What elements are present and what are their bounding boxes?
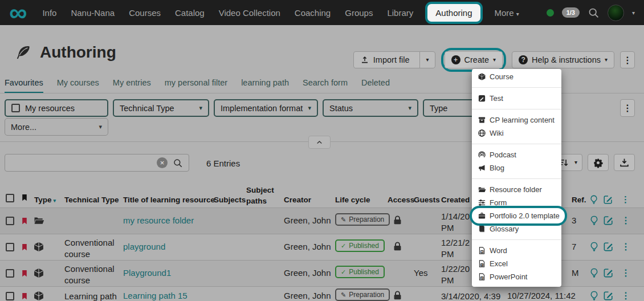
- bookmark-icon[interactable]: [21, 242, 28, 253]
- create-button[interactable]: + Create ▾: [445, 51, 503, 68]
- export-download-button[interactable]: [614, 154, 635, 171]
- notification-counter-badge[interactable]: 1/3: [562, 7, 580, 18]
- menu-item-label: Word: [490, 246, 507, 255]
- search-input[interactable]: [5, 158, 157, 168]
- menu-item-excel[interactable]: Excel: [472, 257, 561, 270]
- menu-item-test[interactable]: Test: [472, 92, 561, 105]
- menu-item-glossary[interactable]: Glossary: [472, 222, 561, 235]
- filter-kebab-menu-button[interactable]: ⋮: [620, 99, 635, 117]
- column-header-title[interactable]: Title of learning resource: [123, 196, 215, 204]
- brand-infinity-logo[interactable]: ∞: [9, 2, 26, 23]
- column-header-guests[interactable]: Guests: [414, 196, 440, 204]
- nav-item-groups[interactable]: Groups: [345, 8, 373, 18]
- search-icon[interactable]: [588, 7, 600, 19]
- bookmark-icon[interactable]: [21, 268, 28, 279]
- lightbulb-icon[interactable]: [589, 241, 600, 252]
- nav-item-video-collection[interactable]: Video Collection: [219, 8, 280, 18]
- row-kebab-icon[interactable]: ⋮: [621, 241, 630, 252]
- nav-item-info[interactable]: Info: [42, 8, 56, 18]
- row-checkbox[interactable]: [6, 243, 14, 251]
- row-kebab-icon[interactable]: ⋮: [621, 215, 630, 226]
- edit-icon[interactable]: [603, 215, 614, 226]
- column-header-subjects[interactable]: Subjects: [214, 196, 246, 204]
- column-header-ref[interactable]: Ref.: [572, 196, 586, 204]
- bookmark-icon[interactable]: [21, 291, 28, 301]
- nav-item-courses[interactable]: Courses: [129, 8, 161, 18]
- nav-item-library[interactable]: Library: [387, 8, 413, 18]
- menu-item-wiki[interactable]: Wiki: [472, 127, 561, 140]
- bookmark-column-icon[interactable]: [21, 192, 28, 203]
- tab-my-courses[interactable]: My courses: [57, 78, 99, 93]
- filter-technical-type-select[interactable]: Technical Type ▾: [113, 99, 209, 117]
- row-kebab-icon[interactable]: ⋮: [621, 290, 630, 301]
- column-header-subject-paths[interactable]: Subject paths: [246, 185, 276, 206]
- profile-chevron-down-icon[interactable]: ▾: [632, 10, 635, 16]
- row-checkbox[interactable]: [6, 292, 14, 300]
- tab-my-entries[interactable]: My entries: [113, 78, 151, 93]
- resource-title-link[interactable]: my resource folder: [123, 215, 194, 225]
- filter-status-select[interactable]: Status ▾: [323, 99, 418, 117]
- more-filters-label: More...: [11, 123, 36, 132]
- help-instructions-button[interactable]: ? Help & instructions ▾: [512, 51, 614, 68]
- menu-item-word[interactable]: Word: [472, 244, 561, 257]
- row-checkbox[interactable]: [6, 269, 14, 278]
- column-header-access[interactable]: Access: [388, 196, 414, 204]
- collapse-filter-button[interactable]: [308, 136, 331, 149]
- resource-title-link[interactable]: playground: [123, 242, 165, 251]
- select-all-checkbox[interactable]: [6, 194, 14, 202]
- menu-item-powerpoint[interactable]: PowerPoint: [472, 270, 561, 283]
- row-kebab-icon[interactable]: ⋮: [621, 267, 630, 278]
- import-file-main[interactable]: Import file: [354, 52, 416, 68]
- bookmark-icon[interactable]: [21, 215, 28, 226]
- menu-item-resource-folder[interactable]: Resource folder: [472, 183, 561, 196]
- menu-item-podcast[interactable]: Podcast: [472, 148, 561, 161]
- filter-more-select[interactable]: More... ▾: [5, 118, 108, 136]
- technical-type-label: Technical Type: [120, 104, 174, 113]
- nav-item-nanu-nana[interactable]: Nanu-Nana: [71, 8, 115, 18]
- menu-item-portfolio-template-highlighted[interactable]: Portfolio 2.0 template: [472, 209, 561, 222]
- lightbulb-icon[interactable]: [589, 215, 600, 226]
- clear-search-icon[interactable]: ×: [157, 157, 168, 168]
- edit-icon[interactable]: [603, 267, 614, 278]
- row-checkbox[interactable]: [6, 217, 14, 225]
- filter-implementation-format-select[interactable]: Implementation format ▾: [214, 99, 318, 117]
- import-file-button[interactable]: Import file ▾: [353, 51, 435, 68]
- import-file-dropdown-toggle[interactable]: ▾: [419, 52, 434, 68]
- nav-item-coaching[interactable]: Coaching: [295, 8, 331, 18]
- menu-item-cp-learning-content[interactable]: CP learning content: [472, 113, 561, 127]
- edit-icon[interactable]: [603, 290, 614, 301]
- column-header-life-cycle[interactable]: Life cycle: [335, 196, 370, 204]
- creator-cell: Green, John: [284, 268, 331, 278]
- tab-my-personal-filter[interactable]: my personal filter: [165, 78, 227, 93]
- column-header-technical-type[interactable]: Technical Type: [64, 196, 119, 204]
- resource-title-link[interactable]: Playground1: [123, 268, 171, 278]
- menu-item-blog[interactable]: Blog: [472, 161, 561, 174]
- table-settings-button[interactable]: [588, 154, 609, 171]
- creator-cell: Green, John: [284, 291, 331, 300]
- check-icon: ✓: [341, 243, 346, 249]
- tab-deleted[interactable]: Deleted: [361, 78, 390, 93]
- ref-cell: M: [572, 268, 579, 278]
- tab-learning-path[interactable]: learning path: [241, 78, 289, 93]
- chevron-down-icon: ▾: [516, 11, 519, 17]
- chevron-down-icon: ▾: [199, 104, 202, 112]
- excel-doc-icon: [478, 259, 486, 268]
- resource-title-link[interactable]: Learning path 15: [123, 291, 188, 300]
- nav-item-catalog[interactable]: Catalog: [175, 8, 205, 18]
- lightbulb-icon[interactable]: [589, 267, 600, 278]
- lightbulb-icon[interactable]: [589, 290, 600, 301]
- column-header-created[interactable]: Created: [441, 196, 470, 204]
- header-kebab-menu-button[interactable]: ⋮: [620, 51, 635, 68]
- tab-favourites[interactable]: Favourites: [5, 78, 43, 93]
- nav-item-more[interactable]: More ▾: [495, 8, 519, 18]
- filter-my-resources[interactable]: My resources: [5, 99, 108, 117]
- nav-item-authoring-active[interactable]: Authoring: [427, 4, 480, 22]
- tab-search-form[interactable]: Search form: [303, 78, 348, 93]
- search-icon[interactable]: [173, 158, 183, 168]
- user-avatar[interactable]: [608, 5, 624, 21]
- my-resources-checkbox[interactable]: [11, 104, 20, 112]
- edit-icon[interactable]: [603, 241, 614, 252]
- menu-item-course[interactable]: Course: [472, 70, 561, 83]
- column-header-type[interactable]: Type▾: [34, 196, 56, 204]
- column-header-creator[interactable]: Creator: [284, 196, 311, 204]
